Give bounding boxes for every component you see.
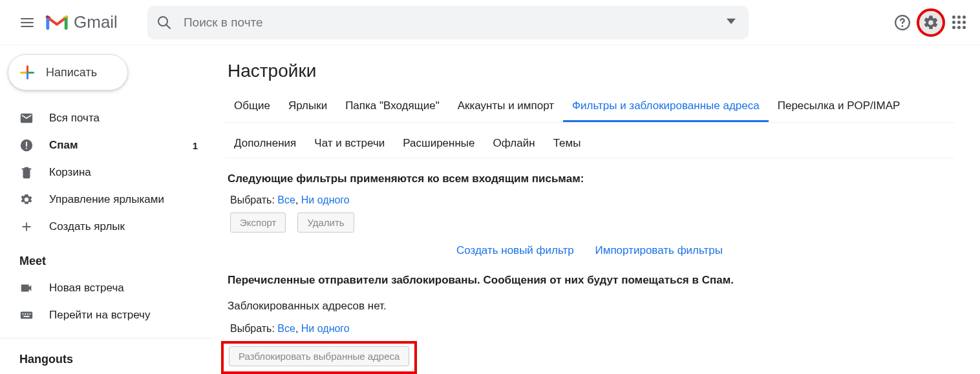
- keyboard-icon: [19, 308, 35, 322]
- svg-rect-9: [21, 312, 32, 319]
- blocked-heading: Перечисленные отправители заблокированы.…: [228, 274, 954, 287]
- menu-icon: [21, 22, 34, 23]
- svg-rect-0: [46, 16, 49, 30]
- tab-advanced[interactable]: Расширенные: [394, 130, 484, 158]
- svg-rect-11: [25, 313, 26, 315]
- gear-icon: [19, 192, 35, 207]
- google-apps-button[interactable]: [945, 8, 974, 37]
- meet-item-label: Новая встреча: [49, 282, 124, 295]
- search-bar: [147, 6, 749, 39]
- mail-icon: [19, 111, 35, 125]
- sidebar: Написать Вся почта Спам 1 Корзина Упр: [0, 45, 213, 374]
- select-label: Выбрать:: [230, 194, 275, 205]
- create-filter-link[interactable]: Создать новый фильтр: [456, 244, 574, 256]
- search-options-button[interactable]: [723, 13, 740, 32]
- delete-button[interactable]: Удалить: [297, 213, 354, 233]
- plus-icon: [19, 220, 35, 234]
- svg-rect-7: [26, 142, 27, 147]
- tab-chat[interactable]: Чат и встречи: [305, 130, 394, 158]
- highlight-filters-tab: Фильтры и заблокированные адреса: [563, 93, 769, 122]
- search-icon[interactable]: [156, 15, 172, 30]
- svg-rect-10: [23, 313, 24, 315]
- sidebar-item-label: Управление ярлыками: [49, 193, 164, 206]
- spam-icon: [19, 138, 35, 152]
- svg-rect-1: [65, 16, 68, 30]
- filters-buttons: Экспорт Удалить: [230, 213, 954, 233]
- search-input[interactable]: [184, 16, 723, 30]
- tab-themes[interactable]: Темы: [544, 130, 590, 158]
- select-all-link[interactable]: Все: [277, 194, 295, 205]
- trash-icon: [19, 165, 35, 180]
- sidebar-item-label: Спам: [49, 139, 78, 152]
- gmail-logo[interactable]: Gmail: [45, 12, 118, 32]
- sidebar-item-trash[interactable]: Корзина: [0, 159, 213, 186]
- no-blocked-text: Заблокированных адресов нет.: [228, 300, 954, 313]
- settings-button[interactable]: [917, 8, 945, 37]
- blocked-select-line: Выбрать: Все, Ни одного: [230, 323, 954, 335]
- svg-rect-14: [23, 316, 29, 317]
- filters-heading: Следующие фильтры применяются ко всем вх…: [228, 172, 954, 185]
- blocked-select-none-link[interactable]: Ни одного: [301, 323, 350, 334]
- gmail-icon: [45, 14, 69, 32]
- video-icon: [19, 281, 35, 295]
- unblock-button[interactable]: Разблокировать выбранные адреса: [229, 346, 409, 366]
- svg-line-3: [166, 25, 170, 28]
- page-title: Настройки: [228, 61, 954, 81]
- sidebar-item-count: 1: [193, 140, 198, 151]
- product-name: Gmail: [74, 12, 118, 32]
- compose-label: Написать: [46, 66, 97, 79]
- highlight-unblock: Разблокировать выбранные адреса: [221, 341, 417, 374]
- export-button[interactable]: Экспорт: [230, 213, 286, 233]
- sidebar-item-spam[interactable]: Спам 1: [0, 132, 213, 159]
- svg-rect-12: [27, 313, 28, 315]
- select-label: Выбрать:: [230, 323, 275, 334]
- settings-main: Настройки Общие Ярлыки Папка "Входящие" …: [213, 45, 980, 374]
- sidebar-item-create-label[interactable]: Создать ярлык: [0, 213, 213, 240]
- help-icon: [894, 14, 911, 31]
- sidebar-item-manage-labels[interactable]: Управление ярлыками: [0, 186, 213, 213]
- main-menu-button[interactable]: [12, 7, 43, 38]
- hangouts-section-title: Hangouts: [0, 338, 213, 373]
- svg-rect-13: [30, 313, 31, 315]
- filter-action-links: Создать новый фильтр Импортировать фильт…: [225, 244, 954, 257]
- plus-multicolor-icon: [20, 65, 34, 79]
- meet-section-title: Meet: [0, 240, 213, 275]
- tab-offline[interactable]: Офлайн: [484, 130, 544, 158]
- compose-button[interactable]: Написать: [8, 54, 128, 90]
- tab-labels[interactable]: Ярлыки: [279, 93, 336, 122]
- header: Gmail: [0, 0, 980, 45]
- filters-select-line: Выбрать: Все, Ни одного: [230, 194, 954, 206]
- apps-grid-icon: [952, 16, 966, 30]
- tab-addons[interactable]: Дополнения: [225, 130, 305, 158]
- tab-accounts[interactable]: Аккаунты и импорт: [449, 93, 563, 122]
- tab-inbox[interactable]: Папка "Входящие": [336, 93, 449, 122]
- tab-forwarding[interactable]: Пересылка и POP/IMAP: [769, 93, 910, 122]
- svg-point-5: [902, 25, 904, 27]
- sidebar-item-label: Вся почта: [49, 112, 100, 125]
- select-none-link[interactable]: Ни одного: [301, 194, 350, 205]
- import-filters-link[interactable]: Импортировать фильтры: [595, 244, 723, 256]
- meet-item-label: Перейти на встречу: [49, 309, 150, 322]
- settings-tabs-row2: Дополнения Чат и встречи Расширенные Офл…: [225, 123, 954, 158]
- svg-rect-8: [26, 148, 27, 149]
- sidebar-item-all-mail[interactable]: Вся почта: [0, 105, 213, 132]
- settings-tabs-row1: Общие Ярлыки Папка "Входящие" Аккаунты и…: [225, 93, 954, 123]
- tab-filters[interactable]: Фильтры и заблокированные адреса: [563, 93, 769, 122]
- help-button[interactable]: [888, 8, 917, 37]
- sidebar-item-label: Создать ярлык: [49, 220, 125, 233]
- gear-icon: [922, 14, 939, 31]
- meet-item-join-meeting[interactable]: Перейти на встречу: [0, 302, 213, 329]
- sidebar-item-label: Корзина: [49, 166, 91, 179]
- blocked-select-all-link[interactable]: Все: [277, 323, 295, 334]
- caret-down-icon: [727, 17, 736, 26]
- meet-item-new-meeting[interactable]: Новая встреча: [0, 275, 213, 302]
- tab-general[interactable]: Общие: [225, 93, 279, 122]
